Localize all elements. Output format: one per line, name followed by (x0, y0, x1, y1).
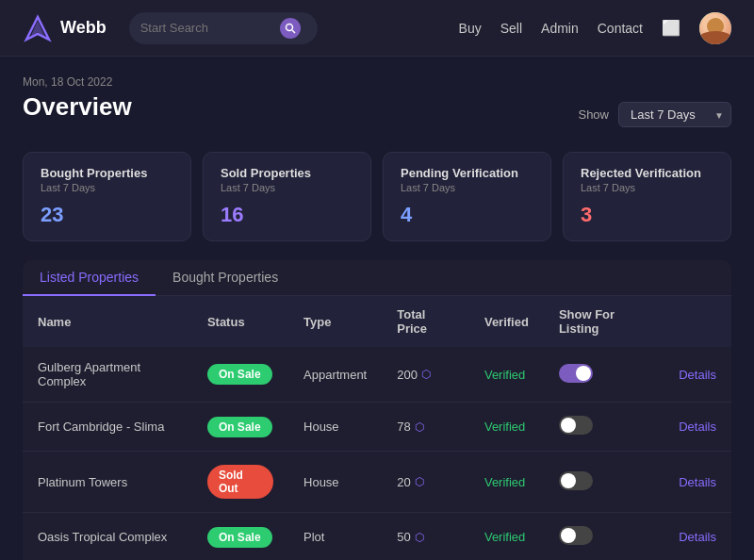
table-row: Platinum Towers Sold Out House 20 ⬡ Veri… (23, 452, 731, 513)
price-value-3: 50 (397, 530, 410, 544)
verified-badge-1: Verified (484, 420, 525, 434)
stat-bought-value: 23 (41, 203, 173, 227)
cell-status-0: On Sale (192, 347, 288, 403)
details-link-1[interactable]: Details (679, 420, 716, 434)
price-value-0: 200 (397, 368, 418, 382)
nav-buy[interactable]: Buy (459, 21, 482, 36)
main-content: Mon, 18 Oct 2022 Overview Show Last 7 Da… (0, 57, 754, 560)
stat-bought-title: Bought Properties (41, 166, 173, 180)
listing-toggle-1[interactable] (559, 416, 593, 435)
cell-price-0: 200 ⬡ (382, 347, 469, 403)
stat-sold-title: Sold Properties (221, 166, 353, 180)
svg-line-3 (292, 30, 295, 33)
stat-sold-value: 16 (221, 203, 353, 227)
cell-type-0: Appartment (288, 347, 382, 403)
stat-pending-value: 4 (401, 203, 533, 227)
show-filter-area: Show Last 7 Days Last 30 Days Last 90 Da… (578, 102, 731, 127)
cell-status-1: On Sale (192, 403, 288, 452)
stat-rejected: Rejected Verification Last 7 Days 3 (563, 152, 731, 241)
cell-type-1: House (288, 403, 382, 452)
details-link-2[interactable]: Details (679, 475, 716, 489)
page-title: Overview (23, 92, 132, 122)
cell-name-2: Platinum Towers (23, 452, 192, 513)
search-bar[interactable] (129, 12, 318, 44)
show-dropdown[interactable]: Last 7 Days Last 30 Days Last 90 Days (618, 102, 731, 127)
stat-rejected-period: Last 7 Days (581, 182, 713, 193)
cell-details-1[interactable]: Details (664, 403, 731, 452)
tab-bought-properties[interactable]: Bought Properties (156, 260, 295, 296)
stat-rejected-value: 3 (581, 203, 713, 227)
properties-table: Name Status Type Total Price Verified Sh… (23, 296, 731, 560)
price-value-2: 20 (397, 475, 410, 489)
eth-icon-1: ⬡ (415, 420, 424, 434)
cell-toggle-0[interactable] (544, 347, 664, 403)
logo-icon (23, 13, 53, 43)
verified-badge-3: Verified (484, 530, 525, 544)
stat-pending-title: Pending Verification (401, 166, 533, 180)
main-nav: Buy Sell Admin Contact ⬜ (459, 12, 731, 44)
cell-type-3: Plot (288, 513, 382, 561)
show-dropdown-wrap[interactable]: Last 7 Days Last 30 Days Last 90 Days (618, 102, 731, 127)
table-row: Fort Cambridge - Slima On Sale House 78 … (23, 403, 731, 452)
cell-status-2: Sold Out (192, 452, 288, 513)
cell-details-3[interactable]: Details (664, 513, 731, 561)
eth-icon-2: ⬡ (415, 475, 424, 488)
cell-verified-0: Verified (469, 347, 544, 403)
stat-bought-period: Last 7 Days (41, 182, 173, 193)
svg-point-2 (286, 24, 292, 30)
eth-icon-3: ⬡ (415, 531, 424, 544)
cell-price-2: 20 ⬡ (382, 452, 469, 513)
show-label: Show (578, 107, 609, 122)
search-button[interactable] (280, 18, 301, 39)
nav-admin[interactable]: Admin (541, 21, 579, 36)
window-icon[interactable]: ⬜ (662, 19, 680, 37)
col-name: Name (23, 296, 192, 347)
details-link-0[interactable]: Details (679, 368, 716, 382)
status-badge-0: On Sale (207, 364, 272, 385)
cell-toggle-2[interactable] (544, 452, 664, 513)
cell-price-1: 78 ⬡ (382, 403, 469, 452)
stat-rejected-title: Rejected Verification (581, 166, 713, 180)
cell-verified-3: Verified (469, 513, 544, 561)
cell-verified-1: Verified (469, 403, 544, 452)
logo-text: Webb (60, 18, 107, 38)
cell-type-2: House (288, 452, 382, 513)
stats-row: Bought Properties Last 7 Days 23 Sold Pr… (23, 152, 731, 241)
cell-toggle-3[interactable] (544, 513, 664, 561)
status-badge-2: Sold Out (207, 465, 273, 499)
cell-verified-2: Verified (469, 452, 544, 513)
search-icon (285, 23, 296, 34)
stat-bought: Bought Properties Last 7 Days 23 (23, 152, 191, 241)
details-link-3[interactable]: Details (679, 530, 716, 544)
avatar-image (699, 12, 731, 44)
nav-sell[interactable]: Sell (500, 21, 522, 36)
cell-name-1: Fort Cambridge - Slima (23, 403, 192, 452)
status-badge-1: On Sale (207, 417, 272, 437)
col-price: Total Price (382, 296, 469, 347)
col-status: Status (192, 296, 288, 347)
listing-toggle-0[interactable] (559, 364, 593, 383)
listing-toggle-3[interactable] (559, 526, 593, 545)
stat-sold-period: Last 7 Days (221, 182, 353, 193)
main-header: Webb Buy Sell Admin Contact ⬜ (0, 0, 754, 57)
cell-name-3: Oasis Tropical Complex (23, 513, 192, 561)
listing-toggle-2[interactable] (559, 471, 593, 490)
tabs: Listed Properties Bought Properties (23, 260, 731, 296)
table-row: Oasis Tropical Complex On Sale Plot 50 ⬡… (23, 513, 731, 561)
cell-status-3: On Sale (192, 513, 288, 561)
verified-badge-0: Verified (484, 368, 525, 382)
cell-details-2[interactable]: Details (664, 452, 731, 513)
price-value-1: 78 (397, 420, 410, 434)
cell-toggle-1[interactable] (544, 403, 664, 452)
logo-area[interactable]: Webb (23, 13, 107, 43)
tab-listed-properties[interactable]: Listed Properties (23, 260, 156, 296)
stat-sold: Sold Properties Last 7 Days 16 (203, 152, 371, 241)
col-type: Type (288, 296, 382, 347)
cell-price-3: 50 ⬡ (382, 513, 469, 561)
table-row: Gulberg Apartment Complex On Sale Appart… (23, 347, 731, 403)
cell-details-0[interactable]: Details (664, 347, 731, 403)
search-input[interactable] (140, 21, 272, 35)
nav-contact[interactable]: Contact (598, 21, 643, 36)
col-show-listing: Show For Listing (544, 296, 664, 347)
avatar[interactable] (699, 12, 731, 44)
